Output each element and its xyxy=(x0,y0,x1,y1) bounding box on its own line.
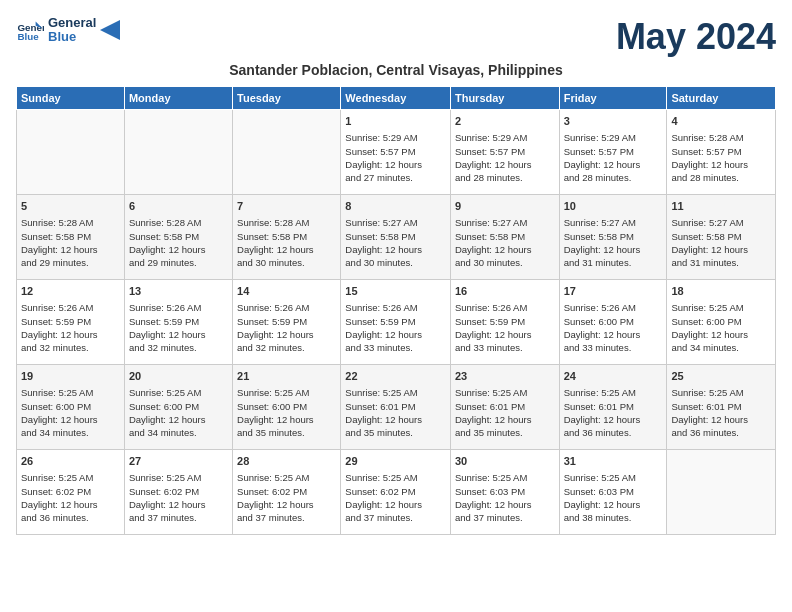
day-info: Sunrise: 5:25 AM xyxy=(455,471,555,484)
day-info: and 38 minutes. xyxy=(564,511,663,524)
week-row-1: 1Sunrise: 5:29 AMSunset: 5:57 PMDaylight… xyxy=(17,110,776,195)
calendar-cell: 20Sunrise: 5:25 AMSunset: 6:00 PMDayligh… xyxy=(124,365,232,450)
day-number: 30 xyxy=(455,454,555,469)
header-row: SundayMondayTuesdayWednesdayThursdayFrid… xyxy=(17,87,776,110)
day-info: and 35 minutes. xyxy=(237,426,336,439)
day-info: and 32 minutes. xyxy=(21,341,120,354)
day-info: Daylight: 12 hours xyxy=(564,243,663,256)
day-info: Sunrise: 5:29 AM xyxy=(345,131,446,144)
day-info: and 37 minutes. xyxy=(237,511,336,524)
calendar-cell: 7Sunrise: 5:28 AMSunset: 5:58 PMDaylight… xyxy=(233,195,341,280)
calendar-cell: 2Sunrise: 5:29 AMSunset: 5:57 PMDaylight… xyxy=(450,110,559,195)
day-info: Daylight: 12 hours xyxy=(21,413,120,426)
day-info: Sunset: 5:58 PM xyxy=(129,230,228,243)
day-info: Sunrise: 5:25 AM xyxy=(564,471,663,484)
day-info: and 31 minutes. xyxy=(564,256,663,269)
day-number: 26 xyxy=(21,454,120,469)
day-info: Sunset: 5:59 PM xyxy=(129,315,228,328)
header-cell-wednesday: Wednesday xyxy=(341,87,451,110)
calendar-cell: 10Sunrise: 5:27 AMSunset: 5:58 PMDayligh… xyxy=(559,195,667,280)
day-info: Sunset: 5:57 PM xyxy=(564,145,663,158)
day-info: Sunset: 6:00 PM xyxy=(237,400,336,413)
day-info: Sunset: 5:59 PM xyxy=(345,315,446,328)
day-number: 3 xyxy=(564,114,663,129)
day-info: Daylight: 12 hours xyxy=(455,328,555,341)
day-number: 11 xyxy=(671,199,771,214)
day-info: and 36 minutes. xyxy=(21,511,120,524)
day-info: Sunset: 6:00 PM xyxy=(671,315,771,328)
day-info: Daylight: 12 hours xyxy=(564,413,663,426)
day-info: Sunrise: 5:28 AM xyxy=(671,131,771,144)
day-info: and 33 minutes. xyxy=(455,341,555,354)
day-info: Daylight: 12 hours xyxy=(345,328,446,341)
day-number: 8 xyxy=(345,199,446,214)
calendar-cell xyxy=(667,450,776,535)
day-info: Sunrise: 5:26 AM xyxy=(21,301,120,314)
day-info: Sunrise: 5:27 AM xyxy=(671,216,771,229)
day-info: Sunset: 6:02 PM xyxy=(129,485,228,498)
calendar-cell xyxy=(17,110,125,195)
day-info: Sunset: 6:03 PM xyxy=(455,485,555,498)
day-info: Daylight: 12 hours xyxy=(237,328,336,341)
day-number: 19 xyxy=(21,369,120,384)
day-info: and 34 minutes. xyxy=(671,341,771,354)
calendar-cell: 26Sunrise: 5:25 AMSunset: 6:02 PMDayligh… xyxy=(17,450,125,535)
calendar-cell: 17Sunrise: 5:26 AMSunset: 6:00 PMDayligh… xyxy=(559,280,667,365)
day-number: 7 xyxy=(237,199,336,214)
day-info: Sunrise: 5:27 AM xyxy=(345,216,446,229)
day-info: Sunrise: 5:29 AM xyxy=(455,131,555,144)
calendar-cell: 8Sunrise: 5:27 AMSunset: 5:58 PMDaylight… xyxy=(341,195,451,280)
day-info: Sunrise: 5:26 AM xyxy=(237,301,336,314)
week-row-4: 19Sunrise: 5:25 AMSunset: 6:00 PMDayligh… xyxy=(17,365,776,450)
calendar-cell: 22Sunrise: 5:25 AMSunset: 6:01 PMDayligh… xyxy=(341,365,451,450)
day-info: Sunrise: 5:25 AM xyxy=(21,386,120,399)
day-number: 12 xyxy=(21,284,120,299)
calendar-cell: 21Sunrise: 5:25 AMSunset: 6:00 PMDayligh… xyxy=(233,365,341,450)
day-info: and 28 minutes. xyxy=(671,171,771,184)
calendar-cell: 13Sunrise: 5:26 AMSunset: 5:59 PMDayligh… xyxy=(124,280,232,365)
day-info: and 37 minutes. xyxy=(455,511,555,524)
day-info: Sunrise: 5:28 AM xyxy=(129,216,228,229)
day-info: Sunset: 6:02 PM xyxy=(345,485,446,498)
day-number: 5 xyxy=(21,199,120,214)
logo-blue: Blue xyxy=(48,30,96,44)
day-info: Sunset: 5:59 PM xyxy=(455,315,555,328)
day-info: Sunrise: 5:27 AM xyxy=(455,216,555,229)
day-info: Daylight: 12 hours xyxy=(564,328,663,341)
day-number: 31 xyxy=(564,454,663,469)
calendar-cell xyxy=(124,110,232,195)
day-info: Sunrise: 5:26 AM xyxy=(455,301,555,314)
day-number: 1 xyxy=(345,114,446,129)
day-info: Sunrise: 5:25 AM xyxy=(237,471,336,484)
header-cell-friday: Friday xyxy=(559,87,667,110)
day-info: Daylight: 12 hours xyxy=(345,498,446,511)
day-info: and 34 minutes. xyxy=(129,426,228,439)
day-number: 17 xyxy=(564,284,663,299)
calendar-cell: 28Sunrise: 5:25 AMSunset: 6:02 PMDayligh… xyxy=(233,450,341,535)
day-number: 6 xyxy=(129,199,228,214)
calendar-cell xyxy=(233,110,341,195)
calendar-cell: 24Sunrise: 5:25 AMSunset: 6:01 PMDayligh… xyxy=(559,365,667,450)
day-info: Sunrise: 5:26 AM xyxy=(345,301,446,314)
day-info: and 32 minutes. xyxy=(129,341,228,354)
day-info: Sunset: 6:00 PM xyxy=(129,400,228,413)
day-info: Sunrise: 5:25 AM xyxy=(345,471,446,484)
day-number: 29 xyxy=(345,454,446,469)
day-info: Daylight: 12 hours xyxy=(671,413,771,426)
day-info: and 33 minutes. xyxy=(345,341,446,354)
calendar-cell: 6Sunrise: 5:28 AMSunset: 5:58 PMDaylight… xyxy=(124,195,232,280)
day-number: 27 xyxy=(129,454,228,469)
day-number: 22 xyxy=(345,369,446,384)
day-info: Sunrise: 5:25 AM xyxy=(671,386,771,399)
calendar-cell: 16Sunrise: 5:26 AMSunset: 5:59 PMDayligh… xyxy=(450,280,559,365)
day-info: Daylight: 12 hours xyxy=(237,243,336,256)
calendar-cell: 29Sunrise: 5:25 AMSunset: 6:02 PMDayligh… xyxy=(341,450,451,535)
day-info: Daylight: 12 hours xyxy=(21,328,120,341)
day-info: and 36 minutes. xyxy=(671,426,771,439)
header-cell-sunday: Sunday xyxy=(17,87,125,110)
day-info: Daylight: 12 hours xyxy=(129,243,228,256)
day-number: 24 xyxy=(564,369,663,384)
day-info: Daylight: 12 hours xyxy=(237,498,336,511)
day-info: Sunrise: 5:26 AM xyxy=(129,301,228,314)
day-info: Sunrise: 5:27 AM xyxy=(564,216,663,229)
